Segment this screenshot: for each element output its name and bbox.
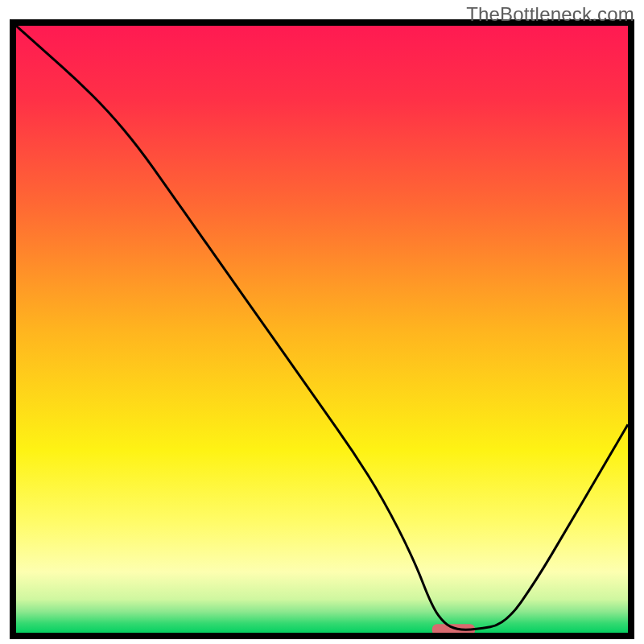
watermark-label: TheBottleneck.com	[466, 3, 634, 26]
chart-container: TheBottleneck.com	[0, 0, 644, 644]
bottleneck-chart	[0, 0, 644, 644]
gradient-background	[16, 26, 628, 633]
